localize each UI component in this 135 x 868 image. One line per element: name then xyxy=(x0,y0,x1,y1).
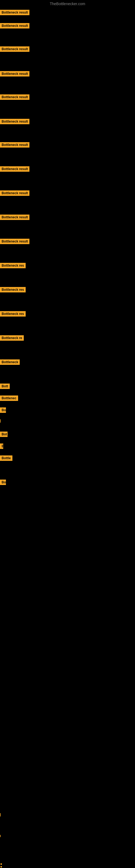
bottleneck-badge: Bottleneck result xyxy=(0,239,30,244)
site-title: TheBottlenecker.com xyxy=(0,0,135,8)
line-marker xyxy=(0,420,1,423)
bottleneck-badge: Bot xyxy=(0,432,8,437)
bottleneck-badge: Bo xyxy=(0,407,6,413)
bottleneck-badge: Bottleneck result xyxy=(0,23,30,29)
bottleneck-badge: Bottleneck result xyxy=(0,10,30,15)
bottleneck-badge: Bottleneck res xyxy=(0,311,26,316)
line-marker xyxy=(0,813,1,816)
bottleneck-badge: B xyxy=(0,443,3,449)
bottleneck-badge: Bottleneck xyxy=(0,360,20,365)
bottleneck-badge: Bottleneck res xyxy=(0,263,26,268)
bottleneck-badge: Bottleneck result xyxy=(0,142,30,148)
bottleneck-badge: Bottlenec xyxy=(0,396,18,401)
badges-container: Bottleneck resultBottleneck resultBottle… xyxy=(0,8,135,868)
bottleneck-badge: Bottleneck res xyxy=(0,287,26,292)
bottleneck-badge: Bottleneck result xyxy=(0,46,30,52)
line-marker xyxy=(0,835,1,837)
bottleneck-badge: Bo xyxy=(0,479,6,485)
bottleneck-badge: Bottleneck result xyxy=(0,190,30,196)
bottleneck-badge: Bottleneck result xyxy=(0,215,30,220)
bottleneck-badge: Bottle xyxy=(0,456,12,461)
bottleneck-badge: Bottleneck result xyxy=(0,119,30,124)
bottleneck-badge: Bottleneck re xyxy=(0,335,24,341)
bottleneck-badge: Bottleneck result xyxy=(0,71,30,76)
dot-marker xyxy=(1,866,2,867)
bottleneck-badge: Bottleneck result xyxy=(0,166,30,172)
bottleneck-badge: Bottleneck result xyxy=(0,94,30,100)
bottleneck-badge: Bott xyxy=(0,383,10,389)
dot-marker xyxy=(1,863,2,865)
